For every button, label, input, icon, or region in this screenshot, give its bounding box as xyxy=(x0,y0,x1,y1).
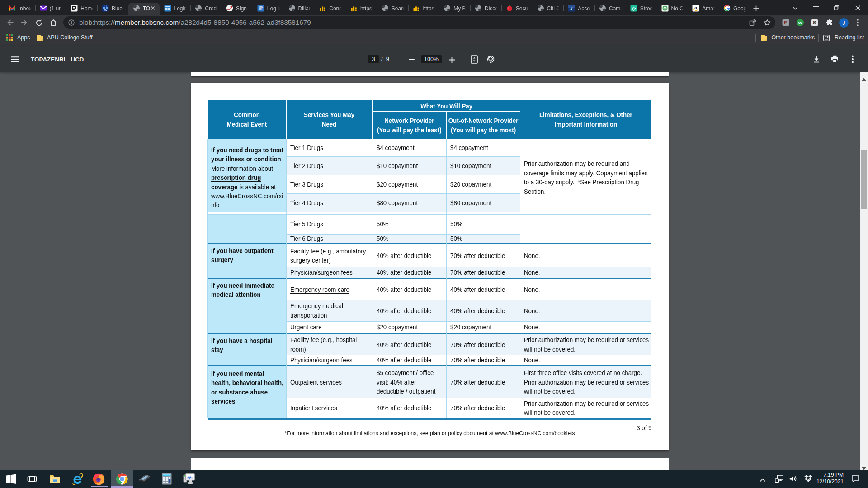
svg-text:a: a xyxy=(694,5,697,10)
svg-text:J: J xyxy=(571,5,573,12)
svg-text:W: W xyxy=(798,20,802,25)
svg-text:S: S xyxy=(813,20,816,25)
svg-text:NC: NC xyxy=(104,9,107,11)
svg-text:J: J xyxy=(843,20,845,26)
svg-text:EX: EX xyxy=(259,8,263,10)
svg-text:AME: AME xyxy=(259,6,263,8)
